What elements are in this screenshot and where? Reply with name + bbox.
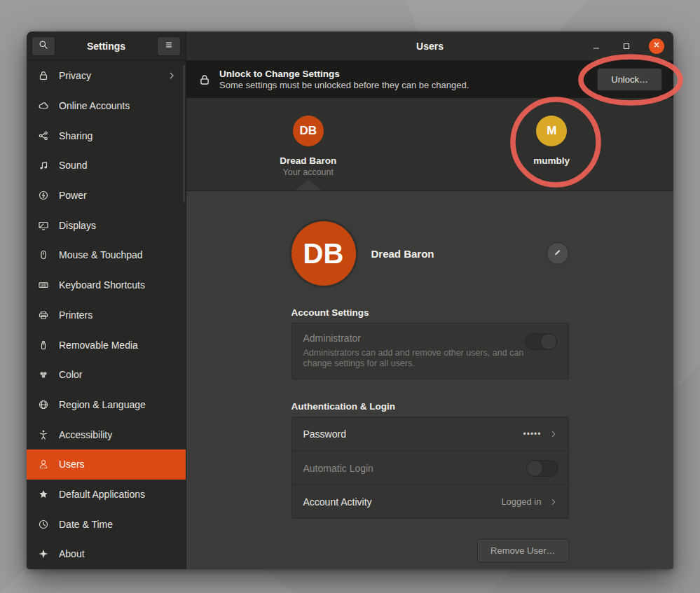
sidebar-scrollbar[interactable] bbox=[183, 65, 185, 202]
automatic-login-label: Automatic Login bbox=[303, 463, 373, 474]
mouse-icon bbox=[38, 249, 49, 260]
remove-user-button[interactable]: Remove User… bbox=[477, 539, 568, 562]
sidebar-item-label: Region & Language bbox=[59, 399, 177, 410]
user-name: Dread Baron bbox=[280, 155, 336, 166]
hamburger-icon bbox=[163, 39, 174, 53]
automatic-login-toggle[interactable] bbox=[526, 460, 558, 477]
globe-icon bbox=[38, 399, 49, 410]
user-subtitle: Your account bbox=[282, 167, 334, 177]
sidebar-item-label: Privacy bbox=[59, 70, 166, 81]
chevron-right-icon bbox=[549, 497, 558, 507]
avatar: DB bbox=[291, 221, 356, 286]
administrator-label: Administrator bbox=[303, 333, 557, 344]
sidebar-item-color[interactable]: Color bbox=[27, 360, 186, 390]
sidebar-item-default-applications[interactable]: Default Applications bbox=[27, 480, 186, 510]
clock-icon bbox=[38, 519, 49, 530]
chevron-right-icon bbox=[166, 70, 177, 81]
sidebar-header: Settings bbox=[27, 32, 186, 61]
sidebar-item-label: Printers bbox=[59, 309, 177, 321]
sidebar-item-label: Keyboard Shortcuts bbox=[59, 279, 177, 291]
menu-button[interactable] bbox=[157, 36, 181, 56]
account-activity-value: Logged in bbox=[501, 496, 541, 507]
sidebar-item-about[interactable]: About bbox=[27, 539, 186, 569]
carousel-user-mumbly[interactable]: M mumbly bbox=[430, 98, 674, 190]
sidebar-item-power[interactable]: Power bbox=[27, 181, 186, 211]
sidebar-item-label: Sound bbox=[59, 160, 177, 171]
unlock-banner: Unlock to Change Settings Some settings … bbox=[186, 61, 673, 98]
sound-icon bbox=[38, 160, 49, 171]
sidebar-item-label: Sharing bbox=[59, 130, 177, 141]
close-button[interactable] bbox=[649, 39, 664, 54]
sidebar-item-sharing[interactable]: Sharing bbox=[27, 120, 186, 151]
sidebar-item-privacy[interactable]: Privacy bbox=[27, 61, 186, 91]
unlock-banner-text: Unlock to Change Settings Some settings … bbox=[219, 68, 469, 91]
authentication-card: Password ••••• Automatic Login bbox=[291, 417, 569, 519]
power-icon bbox=[38, 190, 49, 201]
sidebar-item-region-language[interactable]: Region & Language bbox=[27, 390, 186, 420]
authentication-login-header: Authentication & Login bbox=[291, 401, 569, 412]
sidebar-item-mouse-touchpad[interactable]: Mouse & Touchpad bbox=[27, 240, 186, 270]
window-controls bbox=[589, 39, 673, 54]
sidebar-item-accessibility[interactable]: Accessibility bbox=[27, 419, 186, 449]
sidebar-item-keyboard-shortcuts[interactable]: Keyboard Shortcuts bbox=[27, 270, 186, 300]
color-icon bbox=[38, 369, 49, 380]
keyboard-icon bbox=[38, 279, 49, 291]
sidebar-item-sound[interactable]: Sound bbox=[27, 151, 186, 181]
sidebar-item-label: Users bbox=[59, 459, 177, 470]
user-identity-row: DB Dread Baron bbox=[291, 221, 569, 286]
sidebar-item-label: Accessibility bbox=[59, 429, 177, 440]
users-icon bbox=[38, 459, 49, 470]
sidebar-item-label: Power bbox=[59, 190, 177, 201]
avatar: DB bbox=[293, 116, 324, 146]
share-icon bbox=[38, 130, 49, 141]
app-title: Settings bbox=[55, 41, 157, 52]
user-detail-panel: DB Dread Baron Account Settings A bbox=[186, 191, 673, 569]
printer-icon bbox=[38, 309, 49, 321]
sidebar-item-label: Color bbox=[59, 369, 177, 380]
sparkle-icon bbox=[38, 548, 49, 559]
sidebar-item-users[interactable]: Users bbox=[27, 449, 186, 480]
sidebar-item-label: Mouse & Touchpad bbox=[59, 249, 177, 260]
accessibility-icon bbox=[38, 429, 49, 440]
user-name: mumbly bbox=[533, 155, 570, 166]
toggle-knob bbox=[526, 460, 543, 477]
search-icon bbox=[38, 39, 49, 53]
lock-icon bbox=[38, 70, 49, 81]
sidebar-item-removable-media[interactable]: Removable Media bbox=[27, 330, 186, 360]
search-button[interactable] bbox=[32, 36, 55, 56]
unlock-button[interactable]: Unlock… bbox=[597, 68, 662, 91]
display-icon bbox=[38, 220, 49, 231]
close-icon bbox=[651, 39, 662, 53]
password-row[interactable]: Password ••••• bbox=[292, 417, 568, 451]
selected-user-arrow bbox=[295, 180, 322, 190]
sidebar-item-label: Displays bbox=[59, 220, 177, 231]
desktop-background: Settings Users bbox=[0, 0, 700, 593]
automatic-login-row: Automatic Login bbox=[292, 451, 568, 484]
sidebar-item-date-time[interactable]: Date & Time bbox=[27, 509, 186, 539]
sidebar-item-label: About bbox=[59, 548, 177, 559]
account-activity-label: Account Activity bbox=[303, 496, 372, 508]
users-panel: Unlock to Change Settings Some settings … bbox=[186, 61, 673, 569]
removable-media-icon bbox=[38, 340, 49, 351]
sidebar-item-online-accounts[interactable]: Online Accounts bbox=[27, 91, 186, 121]
pencil-icon bbox=[552, 247, 563, 260]
account-settings-header: Account Settings bbox=[291, 307, 569, 318]
password-label: Password bbox=[303, 428, 346, 440]
toggle-knob bbox=[540, 333, 557, 350]
minimize-button[interactable] bbox=[589, 39, 604, 54]
sidebar-item-displays[interactable]: Displays bbox=[27, 210, 186, 240]
sidebar-item-label: Default Applications bbox=[59, 489, 177, 500]
user-full-name: Dread Baron bbox=[371, 248, 434, 260]
administrator-toggle[interactable] bbox=[525, 333, 557, 350]
unlock-banner-title: Unlock to Change Settings bbox=[219, 68, 469, 80]
cloud-icon bbox=[38, 100, 49, 111]
carousel-user-dread-baron[interactable]: DB Dread Baron Your account bbox=[186, 98, 430, 190]
account-activity-row[interactable]: Account Activity Logged in bbox=[292, 484, 568, 518]
administrator-description: Administrators can add and remove other … bbox=[303, 348, 528, 369]
star-icon bbox=[38, 489, 49, 500]
unlock-banner-subtitle: Some settings must be unlocked before th… bbox=[219, 80, 469, 91]
edit-name-button[interactable] bbox=[547, 242, 569, 265]
sidebar-item-label: Online Accounts bbox=[59, 100, 177, 111]
sidebar-item-printers[interactable]: Printers bbox=[27, 300, 186, 330]
maximize-button[interactable] bbox=[619, 39, 634, 54]
